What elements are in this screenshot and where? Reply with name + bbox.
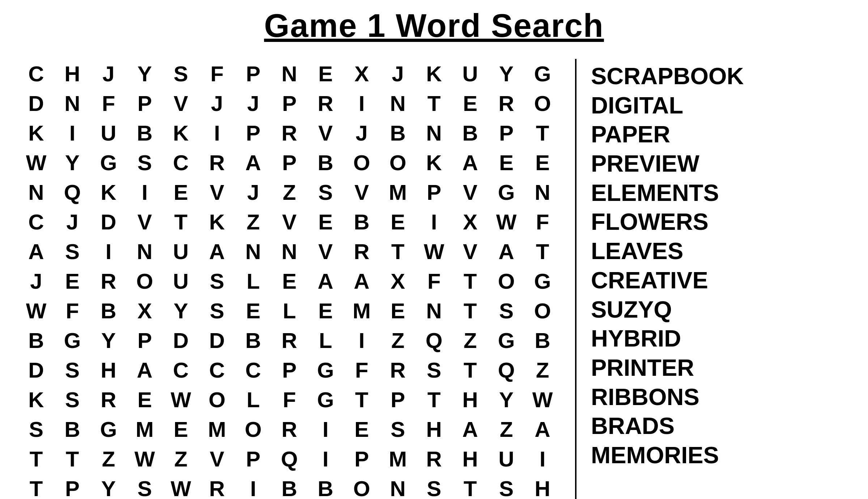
grid-cell: C	[199, 355, 235, 385]
word-list-item: SUZYQ	[591, 296, 850, 324]
grid-cell: E	[163, 414, 199, 444]
grid-cell: T	[54, 444, 90, 474]
grid-cell: K	[416, 148, 452, 177]
grid-cell: L	[235, 266, 271, 296]
grid-cell: I	[524, 444, 561, 474]
grid-cell: T	[452, 266, 488, 296]
grid-cell: O	[524, 296, 561, 326]
grid-cell: I	[199, 118, 235, 148]
grid-cell: T	[524, 118, 561, 148]
grid-cell: Q	[271, 444, 307, 474]
word-list-item: CREATIVE	[591, 267, 850, 294]
grid-cell: A	[235, 148, 271, 177]
grid-cell: X	[127, 296, 163, 326]
word-list-item: FLOWERS	[591, 208, 850, 236]
grid-cell: E	[380, 207, 416, 237]
grid-cell: U	[452, 59, 488, 89]
grid-cell: Z	[452, 326, 488, 355]
grid-cell: K	[199, 207, 235, 237]
word-list-item: MEMORIES	[591, 442, 850, 469]
grid-cell: F	[416, 266, 452, 296]
grid-cell: S	[416, 474, 452, 499]
grid-row: DNFPVJJPRINTERO	[18, 89, 561, 118]
grid-cell: H	[90, 355, 127, 385]
grid-cell: Y	[90, 474, 127, 499]
grid-cell: V	[163, 89, 199, 118]
grid-cell: D	[18, 355, 54, 385]
grid-cell: Z	[163, 444, 199, 474]
grid-cell: E	[307, 207, 344, 237]
grid-cell: V	[452, 177, 488, 207]
grid-cell: Z	[90, 444, 127, 474]
grid-cell: T	[416, 89, 452, 118]
grid-cell: R	[380, 355, 416, 385]
grid-cell: C	[18, 59, 54, 89]
grid-cell: P	[344, 444, 380, 474]
grid-cell: O	[344, 148, 380, 177]
grid-cell: B	[90, 296, 127, 326]
grid-cell: X	[344, 59, 380, 89]
grid-cell: P	[271, 355, 307, 385]
grid-cell: B	[235, 326, 271, 355]
grid-cell: Q	[488, 355, 524, 385]
grid-cell: E	[271, 266, 307, 296]
grid-row: TTZWZVPQIPMRHUI	[18, 444, 561, 474]
grid-cell: L	[271, 296, 307, 326]
grid-cell: U	[163, 266, 199, 296]
grid-cell: V	[452, 237, 488, 266]
grid-cell: B	[307, 474, 344, 499]
grid-cell: R	[488, 89, 524, 118]
grid-cell: K	[18, 118, 54, 148]
grid-cell: N	[416, 118, 452, 148]
grid-cell: Z	[488, 414, 524, 444]
grid-cell: P	[235, 59, 271, 89]
grid-cell: G	[524, 59, 561, 89]
grid-cell: B	[307, 148, 344, 177]
grid-cell: T	[452, 296, 488, 326]
word-search-grid: CHJYSFPNEXJKUYGDNFPVJJPRINTEROKIUBKIPRVJ…	[18, 59, 561, 499]
grid-cell: M	[127, 414, 163, 444]
grid-cell: I	[307, 414, 344, 444]
grid-cell: N	[380, 89, 416, 118]
grid-cell: W	[488, 207, 524, 237]
grid-cell: P	[54, 474, 90, 499]
grid-row: WFBXYSELEMENTSO	[18, 296, 561, 326]
grid-cell: G	[90, 414, 127, 444]
grid-cell: K	[163, 118, 199, 148]
grid-cell: G	[488, 177, 524, 207]
grid-cell: C	[163, 148, 199, 177]
grid-cell: A	[307, 266, 344, 296]
grid-cell: N	[18, 177, 54, 207]
grid-cell: B	[344, 207, 380, 237]
grid-cell: R	[271, 118, 307, 148]
word-list-item: HYBRID	[591, 325, 850, 353]
grid-cell: T	[452, 355, 488, 385]
grid-cell: E	[344, 414, 380, 444]
grid-cell: A	[524, 414, 561, 444]
word-list-item: DIGITAL	[591, 92, 850, 120]
grid-cell: F	[54, 296, 90, 326]
grid-cell: G	[488, 326, 524, 355]
grid-cell: Z	[271, 177, 307, 207]
grid-cell: N	[380, 474, 416, 499]
grid-row: CHJYSFPNEXJKUYG	[18, 59, 561, 89]
grid-cell: M	[344, 296, 380, 326]
grid-cell: Y	[488, 59, 524, 89]
grid-cell: E	[307, 296, 344, 326]
grid-cell: S	[307, 177, 344, 207]
grid-cell: H	[452, 385, 488, 414]
grid-cell: M	[380, 444, 416, 474]
grid-cell: T	[416, 385, 452, 414]
grid-cell: N	[524, 177, 561, 207]
grid-cell: U	[163, 237, 199, 266]
grid-cell: E	[380, 296, 416, 326]
grid-cell: T	[18, 444, 54, 474]
grid-cell: L	[235, 385, 271, 414]
grid-cell: E	[307, 59, 344, 89]
grid-cell: I	[235, 474, 271, 499]
grid-cell: P	[416, 177, 452, 207]
grid-cell: H	[524, 474, 561, 499]
grid-cell: B	[380, 118, 416, 148]
grid-cell: I	[90, 237, 127, 266]
grid-cell: I	[307, 444, 344, 474]
